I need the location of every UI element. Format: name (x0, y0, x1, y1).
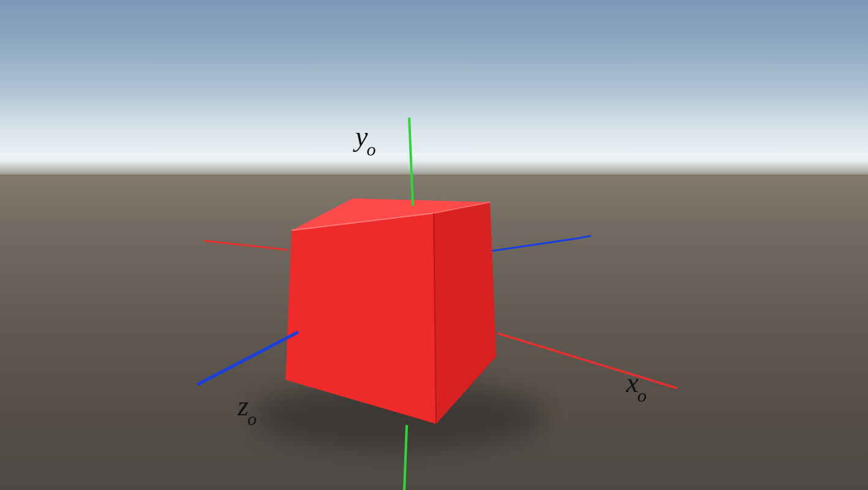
axis-z-back-segment (491, 238, 578, 251)
axis-label-z: zo (238, 392, 258, 424)
axis-label-x: xo (626, 369, 647, 401)
scene-viewport[interactable]: yo xo zo (0, 0, 868, 490)
axis-x-front-segment (497, 333, 677, 388)
axis-label-z-sub: o (247, 409, 257, 429)
scene-overlay (0, 0, 868, 490)
axis-z-front-segment (197, 332, 298, 385)
axis-label-x-sub: o (637, 385, 646, 405)
axis-z-back-tip (578, 236, 591, 238)
axis-label-y-sub: o (366, 139, 376, 159)
axis-label-y: yo (355, 123, 377, 155)
axis-y-top-segment (409, 118, 413, 206)
axis-x-back-segment (204, 241, 288, 250)
